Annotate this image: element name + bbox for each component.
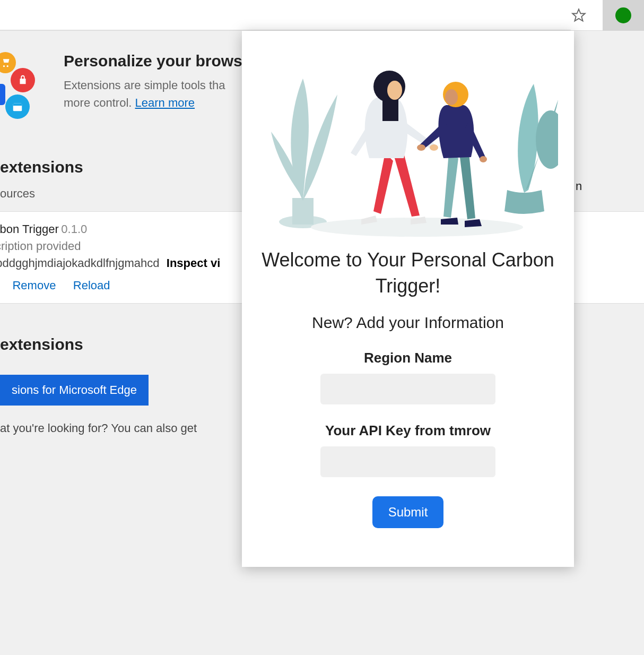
remove-link[interactable]: Remove <box>12 279 56 292</box>
inspect-views-label: Inspect vi <box>167 256 220 270</box>
extension-name: arbon Trigger <box>0 222 59 236</box>
popup-subheading: New? Add your Information <box>258 314 558 332</box>
learn-more-link[interactable]: Learn more <box>135 96 195 109</box>
svg-rect-4 <box>292 198 314 225</box>
promo-subtitle: Extensions are simple tools tha more con… <box>64 76 257 111</box>
extension-id: gpddgghjmdiajokadkdlfnjgmahcd <box>0 256 159 270</box>
api-key-input[interactable] <box>320 446 495 477</box>
get-extensions-button[interactable]: sions for Microsoft Edge <box>0 375 149 406</box>
cart-icon <box>0 52 16 73</box>
profile-button[interactable] <box>603 0 644 31</box>
promo-title: Personalize your browser <box>64 52 257 70</box>
bookmark-star-icon[interactable] <box>571 7 587 23</box>
svg-point-13 <box>480 156 487 162</box>
shield-icon <box>0 84 5 105</box>
submit-button[interactable]: Submit <box>372 496 444 528</box>
profile-avatar-icon <box>615 7 631 23</box>
lock-icon <box>11 68 35 92</box>
svg-marker-0 <box>572 9 585 21</box>
svg-rect-2 <box>13 104 22 106</box>
svg-point-8 <box>387 81 402 100</box>
svg-point-14 <box>536 110 558 169</box>
extension-popup: Welcome to Your Personal Carbon Trigger!… <box>242 31 574 567</box>
svg-point-9 <box>430 144 438 151</box>
region-name-label: Region Name <box>258 350 558 366</box>
calendar-icon <box>5 94 30 119</box>
promo-illustration <box>0 52 48 126</box>
svg-point-12 <box>417 144 425 151</box>
extension-version: 0.1.0 <box>61 222 87 236</box>
popup-heading: Welcome to Your Personal Carbon Trigger! <box>258 247 558 299</box>
peek-char: n <box>576 179 582 193</box>
browser-toolbar <box>0 0 644 31</box>
address-bar-area[interactable] <box>0 0 571 30</box>
svg-point-11 <box>445 89 458 105</box>
welcome-illustration <box>258 47 558 238</box>
api-key-label: Your API Key from tmrow <box>258 423 558 439</box>
reload-link[interactable]: Reload <box>73 279 110 292</box>
region-name-input[interactable] <box>320 374 495 404</box>
